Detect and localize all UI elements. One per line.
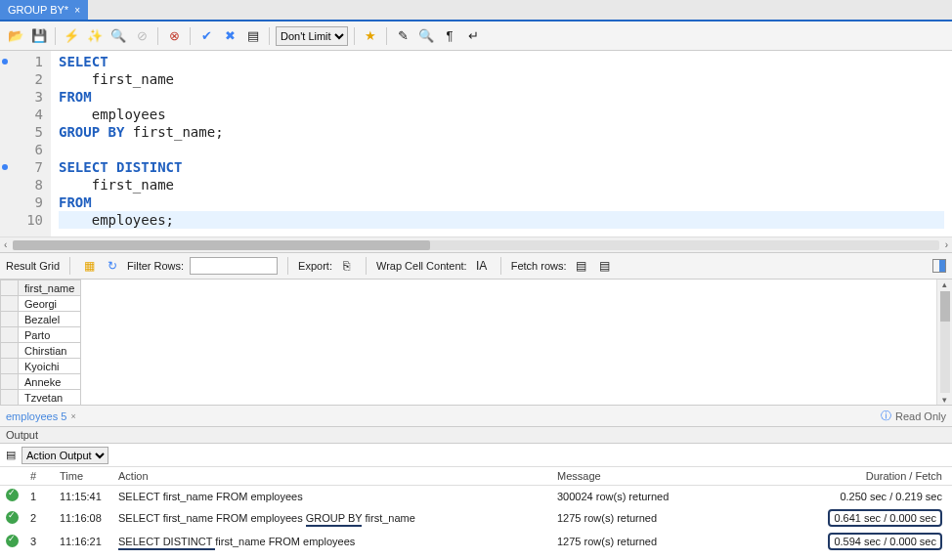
- output-row[interactable]: 211:16:08SELECT first_name FROM employee…: [0, 506, 952, 530]
- line-number: 5: [4, 123, 43, 141]
- scroll-up-icon[interactable]: ▴: [942, 280, 947, 289]
- row-message: 300024 row(s) returned: [551, 486, 805, 507]
- vscroll-thumb[interactable]: [940, 291, 950, 322]
- line-number: 4: [4, 106, 43, 123]
- sql-editor[interactable]: 12345678910 SELECT first_nameFROM employ…: [0, 51, 952, 237]
- close-icon[interactable]: ×: [74, 5, 80, 16]
- line-number: 1: [4, 53, 43, 70]
- cell[interactable]: Chirstian: [19, 343, 81, 359]
- column-header[interactable]: first_name: [19, 280, 81, 296]
- settings-icon[interactable]: ▤: [243, 26, 263, 46]
- table-row[interactable]: Anneke: [1, 374, 81, 390]
- main-toolbar: 📂 💾 ⚡ ✨ 🔍 ⊘ ⊗ ✔ ✖ ▤ Don't Limit ★ ✎ 🔍 ¶ …: [0, 22, 952, 51]
- table-row[interactable]: Georgi: [1, 296, 81, 312]
- row-action: SELECT DISTINCT first_name FROM employee…: [112, 530, 551, 553]
- refresh-icon[interactable]: ↻: [104, 257, 121, 275]
- code-line[interactable]: employees: [59, 106, 944, 123]
- code-line[interactable]: FROM: [59, 88, 944, 106]
- breakpoint-dot: [2, 164, 8, 170]
- cell[interactable]: Tzvetan: [19, 390, 81, 406]
- output-menu-icon[interactable]: ▤: [6, 449, 16, 461]
- vscroll-track[interactable]: [940, 291, 950, 393]
- table-row[interactable]: Parto: [1, 327, 81, 343]
- row-action: SELECT first_name FROM employees: [112, 486, 551, 507]
- separator: [190, 27, 191, 45]
- result-tab[interactable]: employees 5 ×: [6, 410, 76, 422]
- editor-tab[interactable]: GROUP BY* ×: [0, 0, 88, 20]
- scroll-track[interactable]: [13, 240, 938, 250]
- separator: [386, 27, 387, 45]
- wrap-label: Wrap Cell Content:: [376, 260, 467, 272]
- editor-hscroll[interactable]: ‹ ›: [0, 237, 952, 252]
- stop-icon[interactable]: ⊘: [132, 26, 151, 46]
- code-line[interactable]: SELECT: [59, 53, 944, 70]
- cell[interactable]: Bezalel: [19, 312, 81, 327]
- line-number: 9: [4, 194, 43, 211]
- status-icon: [0, 506, 24, 530]
- beautify-icon[interactable]: ★: [361, 26, 380, 46]
- code-line[interactable]: employees;: [59, 211, 944, 229]
- output-toolbar: ▤ Action Output: [0, 444, 952, 467]
- code-line[interactable]: FROM: [59, 194, 944, 211]
- commit-icon[interactable]: ⊗: [164, 26, 184, 46]
- fetch-next-icon[interactable]: ▤: [573, 257, 590, 275]
- limit-select[interactable]: Don't Limit: [276, 26, 348, 46]
- cell[interactable]: Parto: [19, 327, 81, 343]
- code-line[interactable]: first_name: [59, 70, 944, 88]
- output-row[interactable]: 311:16:21SELECT DISTINCT first_name FROM…: [0, 530, 952, 553]
- export-icon[interactable]: ⎘: [338, 257, 356, 275]
- readonly-label: Read Only: [895, 410, 946, 422]
- row-num: 3: [24, 530, 54, 553]
- scroll-down-icon[interactable]: ▾: [942, 395, 947, 405]
- toggle-ac-icon[interactable]: ✔: [196, 26, 216, 46]
- panel-toggle[interactable]: [932, 259, 946, 273]
- cell[interactable]: Georgi: [19, 296, 81, 312]
- row-time: 11:16:08: [54, 506, 112, 530]
- info-icon: ⓘ: [881, 409, 891, 423]
- fetch-all-icon[interactable]: ▤: [596, 257, 614, 275]
- code-area[interactable]: SELECT first_nameFROM employeesGROUP BY …: [51, 51, 952, 237]
- explain-icon[interactable]: 🔍: [108, 26, 128, 46]
- code-line[interactable]: SELECT DISTINCT: [59, 158, 944, 176]
- grid-view-icon[interactable]: ▦: [80, 257, 98, 275]
- grid-vscroll[interactable]: ▴ ▾: [936, 280, 952, 405]
- status-icon: [0, 530, 24, 553]
- invisible-icon[interactable]: ¶: [440, 26, 459, 46]
- table-row[interactable]: Chirstian: [1, 343, 81, 359]
- status-icon: [0, 486, 24, 507]
- scroll-right-icon[interactable]: ›: [945, 239, 948, 250]
- output-row[interactable]: 111:15:41SELECT first_name FROM employee…: [0, 486, 952, 507]
- find-icon[interactable]: ✎: [393, 26, 412, 46]
- output-type-select[interactable]: Action Output: [22, 447, 108, 464]
- row-time: 11:15:41: [54, 486, 112, 507]
- scroll-thumb[interactable]: [13, 240, 429, 250]
- filter-rows-input[interactable]: [190, 257, 278, 275]
- output-table: # Time Action Message Duration / Fetch 1…: [0, 467, 952, 560]
- result-grid[interactable]: first_name GeorgiBezalelPartoChirstianKy…: [0, 280, 936, 405]
- table-row[interactable]: Tzvetan: [1, 390, 81, 406]
- breakpoint-dot: [2, 59, 8, 65]
- execute-step-icon[interactable]: ✨: [85, 26, 105, 46]
- cell[interactable]: Anneke: [19, 374, 81, 390]
- line-gutter: 12345678910: [0, 51, 51, 237]
- col-message: Message: [551, 467, 805, 486]
- result-grid-wrap: first_name GeorgiBezalelPartoChirstianKy…: [0, 280, 952, 405]
- search-icon[interactable]: 🔍: [416, 26, 436, 46]
- table-row[interactable]: Kyoichi: [1, 359, 81, 374]
- close-icon[interactable]: ×: [70, 411, 75, 421]
- col-time: Time: [54, 467, 112, 486]
- open-icon[interactable]: 📂: [6, 26, 25, 46]
- code-line[interactable]: first_name: [59, 176, 944, 194]
- separator: [500, 257, 501, 275]
- table-row[interactable]: Bezalel: [1, 312, 81, 327]
- save-icon[interactable]: 💾: [29, 26, 49, 46]
- wrap-cell-icon[interactable]: IA: [473, 257, 491, 275]
- wrap-icon[interactable]: ↵: [463, 26, 483, 46]
- cell[interactable]: Kyoichi: [19, 359, 81, 374]
- code-line[interactable]: GROUP BY first_name;: [59, 123, 944, 141]
- code-line[interactable]: [59, 141, 944, 158]
- scroll-left-icon[interactable]: ‹: [4, 239, 7, 250]
- execute-icon[interactable]: ⚡: [62, 26, 81, 46]
- result-tab-label: employees 5: [6, 410, 66, 422]
- cancel-icon[interactable]: ✖: [220, 26, 239, 46]
